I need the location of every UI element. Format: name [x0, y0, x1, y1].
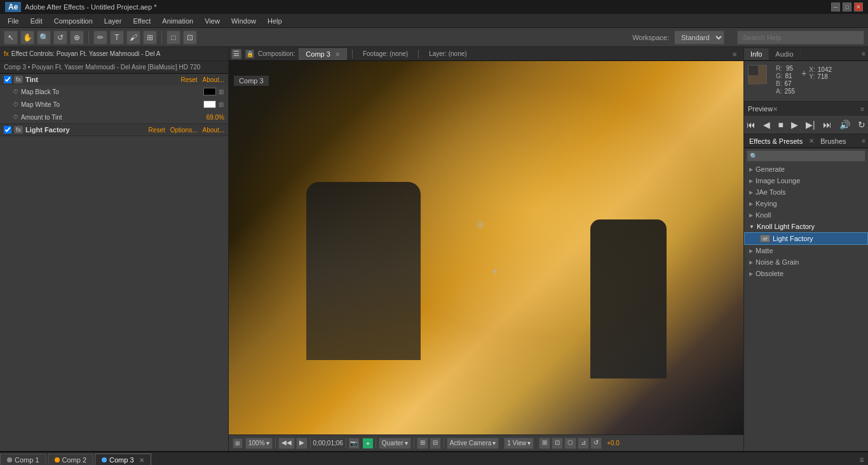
tint-about-btn[interactable]: About...: [203, 76, 224, 83]
menu-layer[interactable]: Layer: [99, 16, 127, 26]
preview-menu-icon[interactable]: ≡: [860, 106, 864, 113]
preview-stop[interactable]: ■: [775, 118, 785, 131]
viewer-snapshot-btn[interactable]: 📷: [349, 438, 359, 448]
amount-tint-value[interactable]: 69.0%: [207, 114, 224, 121]
close-btn[interactable]: ✕: [854, 3, 863, 11]
tint-toggle[interactable]: [4, 76, 11, 83]
viewer-motion[interactable]: ⊿: [578, 438, 589, 449]
toolbar-text[interactable]: T: [110, 31, 124, 45]
ep-noise-grain[interactable]: ▶ Noise & Grain: [744, 256, 868, 268]
active-camera-select[interactable]: Active Camera ▾: [447, 438, 499, 449]
toolbar-puppet[interactable]: ⊡: [183, 31, 197, 45]
tab3-close[interactable]: ✕: [139, 457, 144, 464]
viewer-3d[interactable]: ⬡: [564, 438, 576, 449]
tab-info[interactable]: Info: [744, 48, 769, 60]
preview-prev-frame[interactable]: ◀: [761, 118, 773, 131]
preview-to-start[interactable]: ⏮: [744, 118, 758, 131]
ep-generate[interactable]: ▶ Generate: [744, 163, 868, 175]
viewer-comp-tab-close[interactable]: ✕: [335, 51, 340, 58]
toolbar-camera[interactable]: ⊕: [70, 31, 84, 45]
viewer-comp-tab[interactable]: Comp 3 ✕: [299, 48, 347, 60]
tint-reset-btn[interactable]: Reset: [180, 76, 197, 83]
stopwatch-amount[interactable]: ⏱: [13, 114, 18, 120]
ep-tab-close[interactable]: ✕: [808, 135, 815, 146]
search-help-input[interactable]: [737, 31, 864, 45]
lf-toggle[interactable]: [4, 126, 11, 134]
toolbar-shape[interactable]: □: [166, 31, 180, 45]
lf-options-btn[interactable]: Options...: [170, 127, 198, 134]
ep-knoll-lf[interactable]: ▼ Knoll Light Factory: [744, 221, 868, 232]
preview-loop[interactable]: ↻: [855, 118, 868, 131]
comp-tab-3[interactable]: Comp 3 ✕: [95, 454, 151, 465]
viewer-snap-btn[interactable]: ⊞: [233, 438, 243, 448]
toolbar-brush[interactable]: 🖌: [126, 31, 140, 45]
viewer-quality-select[interactable]: Quarter ▾: [379, 438, 411, 449]
menu-animation[interactable]: Animation: [157, 16, 198, 26]
viewer-comp-flow[interactable]: ⊡: [552, 438, 563, 449]
ep-image-lounge[interactable]: ▶ Image Lounge: [744, 175, 868, 186]
viewer-zoom-select[interactable]: 100% ▾: [245, 438, 273, 449]
menu-view[interactable]: View: [200, 16, 225, 26]
ep-search-input[interactable]: [759, 153, 862, 160]
map-black-gradient[interactable]: ▥: [219, 88, 224, 95]
viewer-reset[interactable]: ↺: [590, 438, 602, 449]
ep-tab-effects[interactable]: Effects & Presets: [744, 135, 808, 147]
minimize-btn[interactable]: ─: [831, 3, 840, 11]
preview-next-frame[interactable]: ▶|: [803, 118, 818, 131]
stopwatch-black[interactable]: ⏱: [13, 88, 18, 95]
ep-keying[interactable]: ▶ Keying: [744, 198, 868, 209]
ep-jae-tools[interactable]: ▶ JAe Tools: [744, 186, 868, 198]
timeline-options-btn[interactable]: ≡: [855, 454, 868, 466]
tab-audio[interactable]: Audio: [769, 48, 800, 60]
viewer-color-btn[interactable]: ●: [363, 438, 373, 448]
map-white-swatch[interactable]: [203, 101, 216, 108]
ep-tab-brushes[interactable]: Brushes: [815, 135, 851, 147]
map-white-gradient[interactable]: ▥: [219, 101, 224, 108]
menu-file[interactable]: File: [3, 16, 24, 26]
comp-tab-1[interactable]: Comp 1: [0, 454, 46, 465]
ep-knoll[interactable]: ▶ Knoll: [744, 209, 868, 221]
viewer-menu-btn[interactable]: ☰: [231, 49, 241, 59]
viewer-tab-sep: [352, 50, 353, 59]
toolbar-clone[interactable]: ⊞: [143, 31, 157, 45]
lf-header[interactable]: fx Light Factory Reset Options... About.…: [0, 124, 228, 135]
lf-reset-btn[interactable]: Reset: [149, 127, 165, 134]
viewer-options-btn[interactable]: ≡: [728, 49, 741, 59]
map-black-swatch[interactable]: [203, 88, 216, 95]
menu-help[interactable]: Help: [262, 16, 287, 26]
toolbar-hand[interactable]: ✋: [20, 31, 34, 45]
viewer-grid1[interactable]: ⊞: [417, 438, 428, 449]
info-panel-menu[interactable]: ≡: [859, 50, 868, 57]
toolbar-pen[interactable]: ✏: [93, 31, 107, 45]
comp-tab-2[interactable]: Comp 2: [48, 454, 94, 465]
toolbar-selection[interactable]: ↖: [4, 31, 18, 45]
menu-edit[interactable]: Edit: [25, 16, 48, 26]
preview-to-end[interactable]: ⏭: [820, 118, 834, 131]
maximize-btn[interactable]: □: [843, 3, 851, 11]
amount-tint-text: Amount to Tint: [21, 114, 62, 121]
ep-ng-label: Noise & Grain: [756, 258, 799, 266]
menu-window[interactable]: Window: [226, 16, 261, 26]
stopwatch-white[interactable]: ⏱: [13, 101, 18, 108]
ep-menu-btn[interactable]: ≡: [859, 135, 868, 146]
ep-obsolete[interactable]: ▶ Obsolete: [744, 268, 868, 279]
toolbar-rotate[interactable]: ↺: [53, 31, 67, 45]
viewer-play[interactable]: ▶: [296, 438, 308, 449]
viewer-grid2[interactable]: ⊟: [430, 438, 441, 449]
preview-close-icon[interactable]: ✕: [773, 106, 778, 113]
zoom-chevron: ▾: [266, 440, 269, 447]
toolbar-zoom[interactable]: 🔍: [37, 31, 51, 45]
menu-composition[interactable]: Composition: [49, 16, 98, 26]
viewer-render-btn[interactable]: ⊞: [539, 438, 550, 449]
viewer-prev-frame[interactable]: ◀◀: [278, 438, 295, 449]
lf-about-btn[interactable]: About...: [203, 127, 224, 134]
tint-header[interactable]: fx Tint Reset About...: [0, 74, 228, 85]
preview-audio[interactable]: 🔊: [837, 118, 853, 131]
ep-matte[interactable]: ▶ Matte: [744, 245, 868, 256]
view-count-select[interactable]: 1 View ▾: [504, 438, 534, 449]
menu-effect[interactable]: Effect: [128, 16, 156, 26]
workspace-select[interactable]: Standard: [674, 31, 724, 45]
viewer-lock-btn[interactable]: 🔒: [245, 50, 254, 59]
ep-light-factory[interactable]: ef Light Factory: [744, 232, 868, 245]
preview-play[interactable]: ▶: [789, 118, 801, 131]
